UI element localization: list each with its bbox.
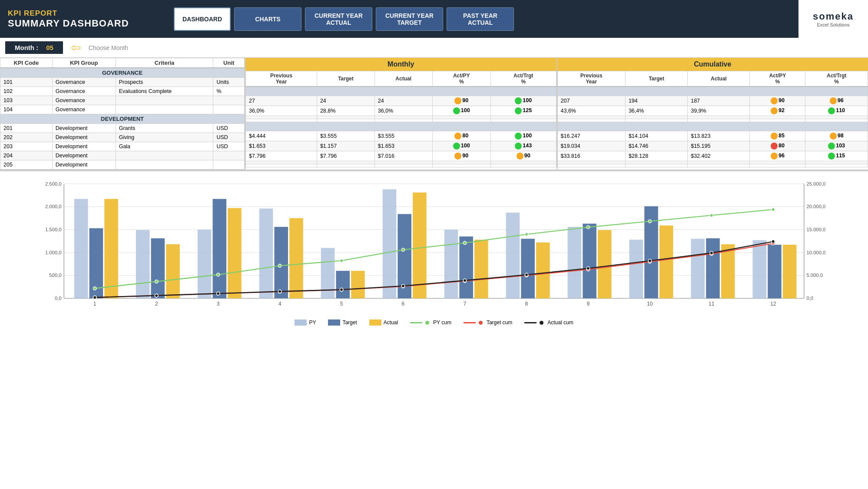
section-label xyxy=(246,122,557,131)
list-item xyxy=(557,164,868,167)
panel-act-py xyxy=(432,119,490,122)
panel-prev-year: $1.653 xyxy=(246,141,317,151)
panel-prev-year: 36,0% xyxy=(246,106,317,116)
panel-prev-year: $7.796 xyxy=(246,151,317,161)
panel-actual: 24 xyxy=(374,96,432,106)
panel-act-py: 92 xyxy=(750,106,805,116)
legend-actual-cum-line xyxy=(524,322,537,323)
list-item: 27 24 24 90 100 xyxy=(246,96,557,106)
panel-target: $3.555 xyxy=(317,131,374,141)
kpi-unit: USD xyxy=(213,133,245,142)
panel-actual xyxy=(688,116,750,119)
col-unit: Unit xyxy=(213,58,245,68)
svg-point-74 xyxy=(155,294,158,297)
list-item: 43,6% 36,4% 39,9% 92 110 xyxy=(557,106,868,116)
panel-actual: 36,0% xyxy=(374,106,432,116)
kpi-unit xyxy=(213,160,245,170)
list-item xyxy=(246,119,557,122)
kpi-unit: % xyxy=(213,87,245,96)
kpi-criteria xyxy=(116,105,213,114)
svg-text:500,0: 500,0 xyxy=(49,273,61,278)
svg-rect-38 xyxy=(336,271,350,298)
panel-act-trgt xyxy=(805,164,868,167)
panel-target: 36,4% xyxy=(625,106,687,116)
panel-actual: $1.653 xyxy=(374,141,432,151)
legend-py-cum-line xyxy=(410,322,422,323)
nav-current-year-target-button[interactable]: CURRENT YEARTARGET xyxy=(376,7,443,31)
chart-legend: PY Target Actual PY cum Target cum xyxy=(9,316,859,327)
svg-point-78 xyxy=(278,264,282,268)
table-row: 101GovernanceProspectsUnits xyxy=(0,78,245,87)
svg-point-95 xyxy=(586,267,590,270)
panel-target xyxy=(317,119,374,122)
kpi-group: Development xyxy=(52,151,116,160)
panel-actual: $13.823 xyxy=(688,131,750,141)
nav-charts-button[interactable]: CHARTS xyxy=(234,7,301,31)
list-item: 36,0% 28,8% 36,0% 100 125 xyxy=(246,106,557,116)
svg-rect-43 xyxy=(413,193,427,299)
svg-text:20.000,0: 20.000,0 xyxy=(806,204,825,209)
svg-point-69 xyxy=(93,287,96,290)
nav-dashboard-button[interactable]: DASHBOARD xyxy=(174,7,231,31)
svg-point-86 xyxy=(401,284,405,288)
svg-rect-47 xyxy=(474,240,488,298)
legend-target-cum-label: Target cum xyxy=(487,319,512,326)
svg-point-92 xyxy=(525,273,528,276)
panel-target: $1.157 xyxy=(317,141,374,151)
monthly-col-actual: Actual xyxy=(374,71,432,87)
kpi-unit: USD xyxy=(213,142,245,151)
svg-text:9: 9 xyxy=(587,301,590,307)
nav-past-year-actual-button[interactable]: PAST YEARACTUAL xyxy=(447,7,514,31)
cumul-col-target: Target xyxy=(625,71,687,87)
svg-point-71 xyxy=(93,296,96,299)
svg-rect-54 xyxy=(583,224,596,299)
panel-act-py xyxy=(432,161,490,164)
panel-act-trgt xyxy=(490,116,556,119)
svg-point-89 xyxy=(463,279,467,282)
svg-rect-46 xyxy=(459,236,473,298)
panel-actual: $3.555 xyxy=(374,131,432,141)
kpi-criteria: Giving xyxy=(116,133,213,142)
panel-act-trgt: 98 xyxy=(805,131,868,141)
svg-rect-23 xyxy=(104,199,118,299)
left-arrow-icon[interactable]: ⇦ xyxy=(71,42,81,54)
legend-target-cum-line xyxy=(464,322,476,323)
kpi-group: Development xyxy=(52,160,116,170)
monthly-col-act-py: Act/PY% xyxy=(432,71,490,87)
panel-actual: $7.016 xyxy=(374,151,432,161)
panel-act-py: 100 xyxy=(432,106,490,116)
svg-text:5.000,0: 5.000,0 xyxy=(806,273,823,278)
nav-current-year-actual-button[interactable]: CURRENT YEARACTUAL xyxy=(305,7,372,31)
panel-target xyxy=(317,161,374,164)
panel-act-py: 80 xyxy=(432,131,490,141)
svg-rect-55 xyxy=(598,230,612,298)
kpi-code: 104 xyxy=(0,105,53,114)
svg-rect-61 xyxy=(691,239,705,298)
table-row: 204Development xyxy=(0,151,245,160)
panel-act-py: 90 xyxy=(432,96,490,106)
panel-act-py: 85 xyxy=(750,131,805,141)
panel-target: $14.104 xyxy=(625,131,687,141)
kpi-unit xyxy=(213,96,245,105)
panel-prev-year: 27 xyxy=(246,96,317,106)
header-left: KPI REPORT SUMMARY DASHBOARD xyxy=(0,0,161,38)
col-kpi-group: KPI Group xyxy=(52,58,116,68)
table-row: 103Governance xyxy=(0,96,245,105)
panel-act-trgt: 143 xyxy=(490,141,556,151)
panel-prev-year xyxy=(557,116,625,119)
list-item: $1.653 $1.157 $1.653 100 143 xyxy=(246,141,557,151)
kpi-unit: Units xyxy=(213,78,245,87)
svg-text:2.500,0: 2.500,0 xyxy=(45,181,62,186)
cumul-col-prev-year: PreviousYear xyxy=(557,71,625,87)
legend-py-label: PY xyxy=(309,319,316,326)
svg-point-81 xyxy=(340,259,343,263)
svg-point-102 xyxy=(772,208,775,211)
svg-point-104 xyxy=(772,240,775,243)
panel-target: $7.796 xyxy=(317,151,374,161)
kpi-code: 205 xyxy=(0,160,53,170)
panel-target xyxy=(625,116,687,119)
svg-point-98 xyxy=(648,259,652,263)
cumul-col-actual: Actual xyxy=(688,71,750,87)
svg-rect-41 xyxy=(383,189,397,298)
svg-rect-50 xyxy=(521,239,535,298)
